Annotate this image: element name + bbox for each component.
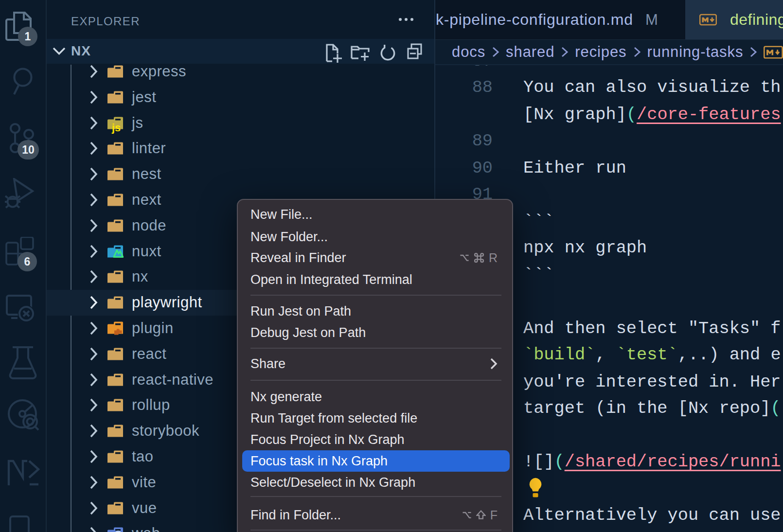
svg-text:js: js [111, 121, 121, 133]
